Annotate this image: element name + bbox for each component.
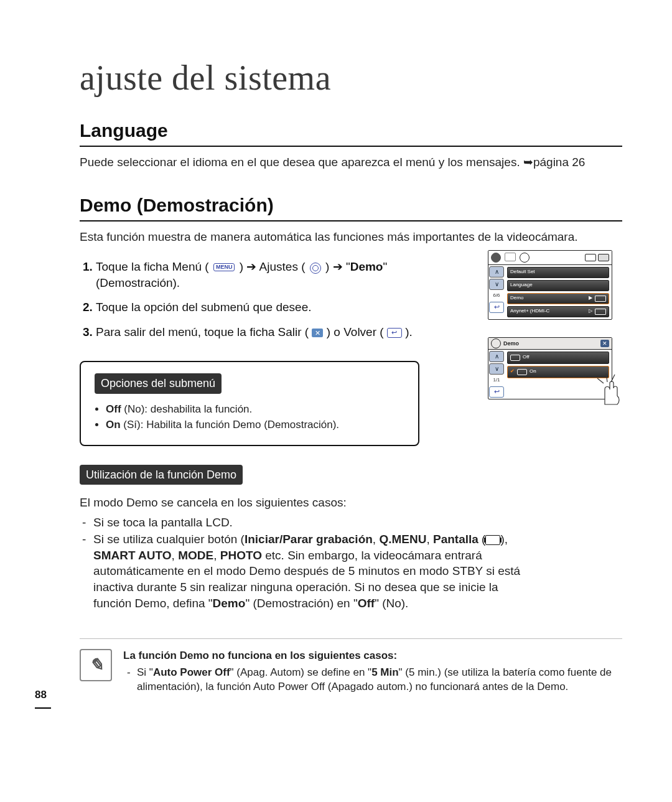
note-text: La función Demo no funciona en los sigui… xyxy=(123,649,622,694)
menu-item-anynet: Anynet+ (HDMI-C▷ xyxy=(507,306,609,317)
screenshot-settings-menu: ∧ ∨ 6/6 ↩ Default Set Language Demo▶ Any… xyxy=(488,250,612,320)
scroll-down-icon: ∨ xyxy=(489,279,504,290)
gear-icon xyxy=(310,261,321,274)
scroll-up-icon: ∧ xyxy=(489,266,504,277)
page-indicator: 1/1 xyxy=(493,376,500,385)
demo-title: Demo xyxy=(503,340,519,347)
back-icon: ↩ xyxy=(489,386,504,398)
submenu-options-box: Opciones del submenú Off (No): deshabili… xyxy=(80,361,419,445)
submenu-title: Opciones del submenú xyxy=(95,373,222,393)
language-heading: Language xyxy=(80,118,622,147)
use-title: Utilización de la función Demo xyxy=(80,465,243,485)
submenu-list: Off (No): deshabilita la función. On (Sí… xyxy=(106,403,404,432)
page-number-underline xyxy=(35,707,51,709)
menu-item-default-set: Default Set xyxy=(507,267,609,278)
step-1: Toque la ficha Menú ( MENU ) ➔ Ajustes (… xyxy=(96,259,474,291)
note-icon: ✎ xyxy=(80,649,112,681)
scroll-down-icon: ∨ xyxy=(489,363,504,375)
language-description: Puede seleccionar el idioma en el que de… xyxy=(80,154,622,170)
scroll-up-icon: ∧ xyxy=(489,351,504,362)
menu-icon: MENU xyxy=(213,263,235,271)
demo-description: Esta función muestra de manera automátic… xyxy=(80,229,622,245)
submenu-on: On (Sí): Habilita la función Demo (Demos… xyxy=(106,418,404,432)
step-3: Para salir del menú, toque la ficha Sali… xyxy=(96,324,474,340)
demo-heading: Demo (Demostración) xyxy=(80,193,622,222)
manual-page: ajuste del sistema Language Puede selecc… xyxy=(0,0,672,802)
chapter-title: ajuste del sistema xyxy=(80,55,622,102)
exit-icon: ✕ xyxy=(312,329,323,337)
card-icon xyxy=(585,254,596,261)
option-off: Off xyxy=(507,352,609,364)
step-2: Toque la opción del submenú que desee. xyxy=(96,299,474,315)
page-indicator: 6/6 xyxy=(493,291,500,301)
page-number: 88 xyxy=(35,688,47,702)
display-icon xyxy=(485,535,500,545)
use-intro: El modo Demo se cancela en los siguiente… xyxy=(80,495,528,511)
tab-icon xyxy=(505,253,516,261)
close-icon: ✕ xyxy=(600,340,609,347)
tab-gear-icon xyxy=(520,253,530,263)
tab-gear-active-icon xyxy=(491,253,501,263)
battery-icon xyxy=(598,254,609,261)
back-icon: ↩ xyxy=(387,328,402,338)
gear-icon xyxy=(491,338,501,348)
menu-item-demo: Demo▶ xyxy=(507,293,609,304)
demo-steps: Toque la ficha Menú ( MENU ) ➔ Ajustes (… xyxy=(80,259,474,340)
cancel-case-2: Si se utiliza cualquier botón (Iniciar/P… xyxy=(93,531,528,611)
submenu-off: Off (No): deshabilita la función. xyxy=(106,403,404,417)
menu-item-language: Language xyxy=(507,280,609,291)
back-icon: ↩ xyxy=(489,302,504,313)
using-demo-section: Utilización de la función Demo El modo D… xyxy=(80,465,528,612)
note-box: ✎ La función Demo no funciona en los sig… xyxy=(80,638,622,694)
cancel-case-1: Si se toca la pantalla LCD. xyxy=(93,515,528,531)
touch-hand-icon xyxy=(594,371,625,406)
